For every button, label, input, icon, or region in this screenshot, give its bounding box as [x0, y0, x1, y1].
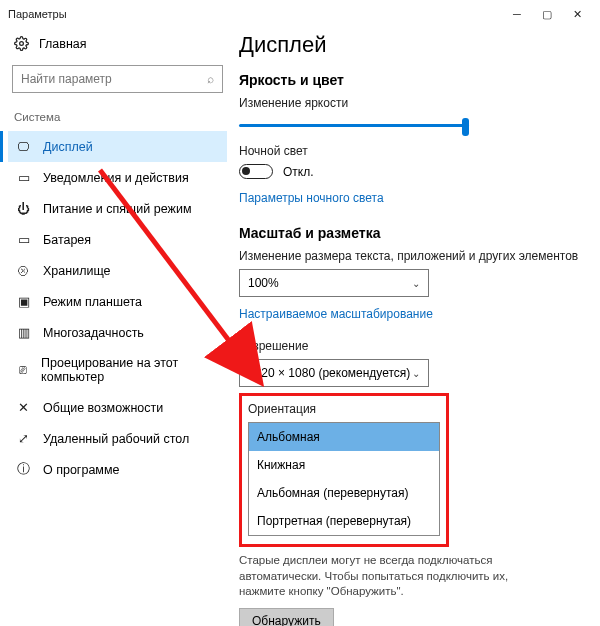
orientation-option-portrait-flipped[interactable]: Портретная (перевернутая) — [249, 507, 439, 535]
night-light-toggle[interactable] — [239, 164, 273, 179]
resolution-combobox[interactable]: 1920 × 1080 (рекомендуется) ⌄ — [239, 359, 429, 387]
orientation-label: Ориентация — [248, 402, 440, 416]
resolution-value: 1920 × 1080 (рекомендуется) — [248, 366, 410, 380]
orientation-option-landscape-flipped[interactable]: Альбомная (перевернутая) — [249, 479, 439, 507]
scale-value: 100% — [248, 276, 279, 290]
scale-heading: Масштаб и разметка — [239, 225, 582, 241]
nav-label: Многозадачность — [43, 326, 144, 340]
resolution-label: Разрешение — [239, 339, 582, 353]
nav-about[interactable]: ⓘ О программе — [8, 454, 227, 485]
nav-projecting[interactable]: ⎚ Проецирование на этот компьютер — [8, 348, 227, 392]
brightness-heading: Яркость и цвет — [239, 72, 582, 88]
window-title: Параметры — [8, 8, 502, 20]
nav-label: Уведомления и действия — [43, 171, 189, 185]
tablet-icon: ▣ — [16, 294, 31, 309]
nav-label: Проецирование на этот компьютер — [41, 356, 219, 384]
gear-icon — [14, 36, 29, 51]
nav-storage[interactable]: ⮾ Хранилище — [8, 255, 227, 286]
main-panel: Дисплей Яркость и цвет Изменение яркости… — [235, 28, 600, 626]
maximize-button[interactable]: ▢ — [532, 2, 562, 26]
svg-point-0 — [20, 42, 24, 46]
remote-icon: ⤢ — [16, 431, 31, 446]
close-button[interactable]: ✕ — [562, 2, 592, 26]
detect-hint: Старые дисплеи могут не всегда подключат… — [239, 553, 539, 600]
nav-label: Батарея — [43, 233, 91, 247]
slider-thumb[interactable] — [462, 118, 469, 136]
nav-label: Питание и спящий режим — [43, 202, 191, 216]
info-icon: ⓘ — [16, 462, 31, 477]
shared-icon: ✕ — [16, 400, 31, 415]
nav-label: Режим планшета — [43, 295, 142, 309]
page-title: Дисплей — [239, 32, 582, 58]
detect-button[interactable]: Обнаружить — [239, 608, 334, 626]
brightness-label: Изменение яркости — [239, 96, 582, 110]
search-field[interactable] — [21, 72, 207, 86]
orientation-highlight: Ориентация Альбомная Книжная Альбомная (… — [239, 393, 449, 547]
custom-scaling-link[interactable]: Настраиваемое масштабирование — [239, 307, 433, 321]
storage-icon: ⮾ — [16, 263, 31, 278]
nav-label: Удаленный рабочий стол — [43, 432, 189, 446]
nav-notifications[interactable]: ▭ Уведомления и действия — [8, 162, 227, 193]
scale-combobox[interactable]: 100% ⌄ — [239, 269, 429, 297]
minimize-button[interactable]: ─ — [502, 2, 532, 26]
nav-label: Общие возможности — [43, 401, 163, 415]
nav-display[interactable]: 🖵 Дисплей — [8, 131, 227, 162]
nav-shared[interactable]: ✕ Общие возможности — [8, 392, 227, 423]
nav-remote[interactable]: ⤢ Удаленный рабочий стол — [8, 423, 227, 454]
multitask-icon: ▥ — [16, 325, 31, 340]
nav-power[interactable]: ⏻ Питание и спящий режим — [8, 193, 227, 224]
brightness-slider[interactable] — [239, 116, 469, 134]
orientation-option-portrait[interactable]: Книжная — [249, 451, 439, 479]
chevron-down-icon: ⌄ — [412, 278, 420, 289]
search-input[interactable]: ⌕ — [12, 65, 223, 93]
power-icon: ⏻ — [16, 201, 31, 216]
home-label: Главная — [39, 37, 87, 51]
night-light-label: Ночной свет — [239, 144, 582, 158]
orientation-option-landscape[interactable]: Альбомная — [249, 423, 439, 451]
slider-track — [239, 124, 469, 127]
battery-icon: ▭ — [16, 232, 31, 247]
night-light-settings-link[interactable]: Параметры ночного света — [239, 191, 384, 205]
nav-label: О программе — [43, 463, 119, 477]
scale-label: Изменение размера текста, приложений и д… — [239, 249, 582, 263]
night-light-state: Откл. — [283, 165, 314, 179]
project-icon: ⎚ — [16, 363, 29, 378]
nav-battery[interactable]: ▭ Батарея — [8, 224, 227, 255]
sidebar: Главная ⌕ Система 🖵 Дисплей ▭ Уведомлени… — [0, 28, 235, 626]
message-icon: ▭ — [16, 170, 31, 185]
monitor-icon: 🖵 — [16, 139, 31, 154]
nav-multitask[interactable]: ▥ Многозадачность — [8, 317, 227, 348]
home-link[interactable]: Главная — [8, 28, 227, 57]
titlebar: Параметры ─ ▢ ✕ — [0, 0, 600, 28]
chevron-down-icon: ⌄ — [412, 368, 420, 379]
nav-label: Хранилище — [43, 264, 111, 278]
orientation-dropdown[interactable]: Альбомная Книжная Альбомная (перевернута… — [248, 422, 440, 536]
nav-tablet[interactable]: ▣ Режим планшета — [8, 286, 227, 317]
window-controls: ─ ▢ ✕ — [502, 2, 592, 26]
search-icon: ⌕ — [207, 72, 214, 86]
section-title: Система — [8, 107, 227, 131]
toggle-knob — [242, 167, 250, 175]
nav-label: Дисплей — [43, 140, 93, 154]
